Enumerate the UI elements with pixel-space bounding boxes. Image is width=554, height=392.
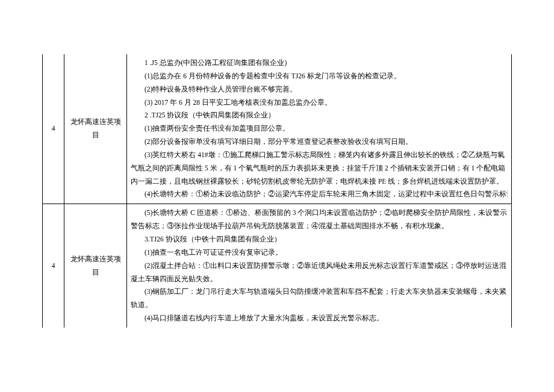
table-project-name: 龙怀高速连英项目 bbox=[64, 54, 127, 204]
content-line: (2)特种设备及特种作业人员管理台账不够完善。 bbox=[131, 83, 508, 96]
table-content-cell: 1 .J5 总监办(中国公路工程征询集团有限企业) (1)总监办在 6 月份特种… bbox=[127, 54, 512, 204]
table-row-number: 4 bbox=[43, 54, 64, 204]
content-line: 3.TJ26 协议段（中铁十四局集团有限企业） bbox=[131, 233, 508, 246]
table-row-number: 4 bbox=[43, 204, 64, 328]
content-line: (1)总监办在 6 月份特种设备的专题检查中没有 TJ26 标龙门吊等设备的检查… bbox=[131, 70, 508, 83]
content-line: (4)马口排隧道右线内行车道上堆放了大量水沟盖板，未设置反光警示标志。 bbox=[131, 312, 508, 325]
content-line: (3)英红特大桥右 41#墩：①施工爬梯口施工警示标志局限性；梯笼内有诸多外露且… bbox=[131, 149, 508, 188]
content-line: (2)混凝土拌合站：①出料口未设置防撞警示墩；②靠近缆风绳处未用反光标志设置行车… bbox=[131, 260, 508, 286]
content-line: (3) 2017 年 6 月 28 日平安工地考核表没有加盖总监办公章。 bbox=[131, 96, 508, 110]
content-line: (1)抽查一名电工许可证证件没有复审记录。 bbox=[131, 246, 508, 260]
content-line: (2)部分设备报审单没有填写详细日期，部分平常巡查登记表整改验收没有填写日期。 bbox=[131, 135, 508, 149]
content-line: (5)长塘特大桥 C 匝道桥：①桥边、桥面预留的 3 个洞口均未设置临边防护；②… bbox=[131, 207, 508, 233]
table-project-name: 龙怀高速连英项目 bbox=[64, 204, 127, 328]
content-line: (4)长塘特大桥：①桥边未设临边防护；②运梁汽车停定后车轮未用三角木固定，运梁过… bbox=[131, 188, 508, 201]
content-line: 2 .TJ25 协议段（中铁四局集团有限企业） bbox=[131, 109, 508, 122]
table-content-cell: (5)长塘特大桥 C 匝道桥：①桥边、桥面预留的 3 个洞口均未设置临边防护；②… bbox=[127, 204, 512, 328]
content-line: (1)抽查两份安全责任书没有加盖项目部公章。 bbox=[131, 122, 508, 135]
content-line: (3)钢筋加工厂：龙门吊行走大车与轨道端头日勾防撞缓冲装置和车挡不配套；行走大车… bbox=[131, 285, 508, 312]
content-line: 1 .J5 总监办(中国公路工程征询集团有限企业) bbox=[131, 57, 508, 70]
